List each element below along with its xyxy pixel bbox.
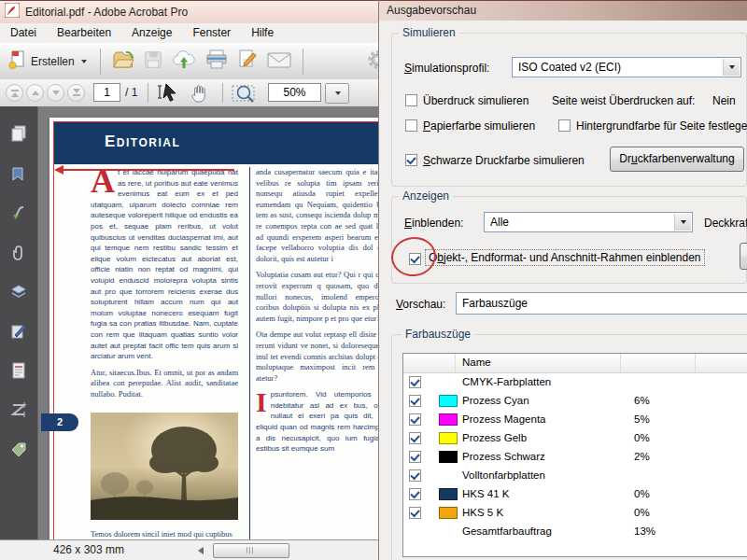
first-page-button[interactable] [6, 84, 23, 102]
separation-row[interactable]: HKS 5 K0% [403, 504, 747, 523]
separation-visibility-checkbox[interactable] [409, 469, 421, 482]
simulation-profile-label: Simulationsprofil: [404, 62, 489, 75]
zoom-level-input[interactable]: 50% [268, 83, 321, 102]
create-pdf-icon [7, 49, 26, 73]
separation-row[interactable]: Volltonfarbplatten [403, 467, 747, 485]
menu-fenster[interactable]: Fenster [182, 23, 241, 43]
show-label: Einblenden: [404, 217, 463, 230]
separation-percentage: 0% [634, 432, 650, 443]
display-group [391, 196, 747, 284]
signatures-icon[interactable] [8, 321, 29, 342]
separation-percentage: 13% [634, 525, 655, 537]
color-swatch [439, 451, 458, 463]
partial-button[interactable] [740, 243, 747, 270]
acrobat-window: Editorial.pdf - Adobe Acrobat Pro DateiB… [0, 0, 378, 560]
show-select[interactable]: Alle [484, 212, 693, 232]
title-bar[interactable]: Editorial.pdf - Adobe Acrobat Pro [0, 0, 378, 23]
email-button[interactable] [266, 47, 292, 77]
page-number-input[interactable]: 1 [93, 83, 120, 102]
chevron-down-icon [674, 214, 691, 231]
show-frames-checkbox[interactable] [409, 253, 421, 265]
hand-tool-button[interactable] [188, 82, 210, 107]
share-upload-button[interactable] [171, 47, 197, 77]
simulate-overprint-label: Überdruck simulieren [423, 94, 529, 107]
simulate-overprint-checkbox[interactable] [405, 94, 417, 106]
reviews-icon[interactable] [8, 203, 29, 224]
page-thumbnails-icon[interactable] [8, 123, 29, 144]
document-canvas[interactable]: Editorial At et laccae nulparum quaepuda… [38, 106, 378, 539]
separation-row[interactable]: Gesamtfarbauftrag13% [403, 523, 747, 541]
print-button[interactable] [204, 47, 229, 77]
arrow-up-icon [11, 92, 19, 97]
document-area: Editorial At et laccae nulparum quaepuda… [0, 106, 378, 539]
scroll-left-arrow[interactable] [198, 547, 204, 554]
separation-row[interactable]: HKS 41 K0% [403, 485, 747, 504]
color-swatch [439, 413, 458, 426]
layers-icon[interactable] [8, 282, 29, 302]
previous-page-button[interactable] [26, 84, 44, 102]
marquee-zoom-button[interactable] [232, 82, 261, 107]
zoom-dropdown-button[interactable] [325, 83, 349, 104]
ink-manager-button[interactable]: Druckfarbenverwaltung [610, 147, 744, 172]
paragraph-text: Atur, sitaecus.Ibus. Et omnit, ut por as… [91, 368, 238, 400]
separation-visibility-checkbox[interactable] [409, 432, 421, 444]
separation-visibility-checkbox[interactable] [409, 451, 421, 463]
pdf-page[interactable]: Editorial At et laccae nulparum quaepuda… [49, 118, 378, 539]
separation-row[interactable]: Prozess Schwarz2% [403, 448, 747, 467]
gear-icon [366, 49, 378, 75]
menu-datei[interactable]: Datei [0, 23, 47, 43]
separation-name: Prozess Magenta [462, 413, 546, 425]
separation-name: CMYK-Farbplatten [462, 376, 551, 387]
last-page-button[interactable] [67, 84, 85, 102]
share-cloud-icon [171, 49, 197, 75]
annotation-arrow-line [63, 169, 234, 171]
tags-icon[interactable] [8, 439, 29, 459]
attachments-icon[interactable] [8, 243, 29, 263]
separation-visibility-checkbox[interactable] [409, 488, 421, 500]
preview-select[interactable]: Farbauszüge [456, 292, 747, 315]
simulate-paper-color-checkbox[interactable] [405, 119, 417, 132]
simulation-profile-select[interactable]: ISO Coated v2 (ECI) [512, 57, 741, 77]
separation-name: Volltonfarbplatten [462, 469, 545, 481]
dialog-title-bar[interactable]: Ausgabevorschau [379, 0, 747, 21]
separation-row[interactable]: Prozess Gelb0% [403, 429, 747, 448]
bookmarks-icon[interactable] [8, 164, 29, 185]
chevron-down-icon [335, 91, 341, 95]
separation-row[interactable]: Prozess Magenta5% [403, 411, 747, 429]
tree-photo [91, 413, 238, 520]
horizontal-scrollbar-thumb[interactable] [213, 543, 289, 558]
output-preview-dialog: Ausgabevorschau Simulieren Simulationspr… [378, 0, 747, 560]
open-file-button[interactable] [111, 47, 135, 77]
color-swatch [439, 488, 458, 500]
overprint-status-value: Nein [712, 94, 736, 107]
quick-tools-gear-button[interactable] [366, 47, 378, 77]
order-icon[interactable] [8, 399, 29, 420]
background-color-label: Hintergrundfarbe für Seite festlegen [576, 119, 747, 133]
select-tool-button[interactable] [156, 82, 180, 107]
separation-row[interactable]: CMYK-Farbplatten [403, 373, 747, 392]
page-header-band: Editorial [54, 122, 378, 164]
separation-name: Prozess Gelb [462, 432, 527, 443]
next-page-button[interactable] [47, 84, 64, 102]
background-color-checkbox[interactable] [558, 119, 571, 132]
separations-table: Name CMYK-FarbplattenProzess Cyan6%Proze… [402, 353, 747, 557]
window-title: Editorial.pdf - Adobe Acrobat Pro [25, 6, 188, 19]
create-pdf-button[interactable]: Erstellen [5, 47, 90, 77]
simulate-black-ink-checkbox[interactable] [405, 154, 417, 166]
separation-visibility-checkbox[interactable] [409, 395, 421, 407]
menu-anzeige[interactable]: Anzeige [121, 23, 182, 43]
sign-button[interactable] [236, 47, 259, 77]
separation-name: HKS 41 K [462, 488, 510, 499]
show-value: Alle [490, 216, 509, 229]
menu-bearbeiten[interactable]: Bearbeiten [47, 23, 121, 43]
content-icon[interactable] [8, 360, 29, 381]
save-file-button[interactable] [143, 47, 163, 77]
separation-visibility-checkbox[interactable] [409, 376, 421, 388]
menu-hilfe[interactable]: Hilfe [241, 23, 284, 43]
separation-row[interactable]: Prozess Cyan6% [403, 392, 747, 411]
arrow-down-icon [73, 89, 80, 93]
separation-visibility-checkbox[interactable] [409, 507, 421, 519]
separation-visibility-checkbox[interactable] [409, 413, 421, 426]
separations-table-header[interactable]: Name [403, 354, 747, 373]
open-file-icon [111, 49, 135, 75]
